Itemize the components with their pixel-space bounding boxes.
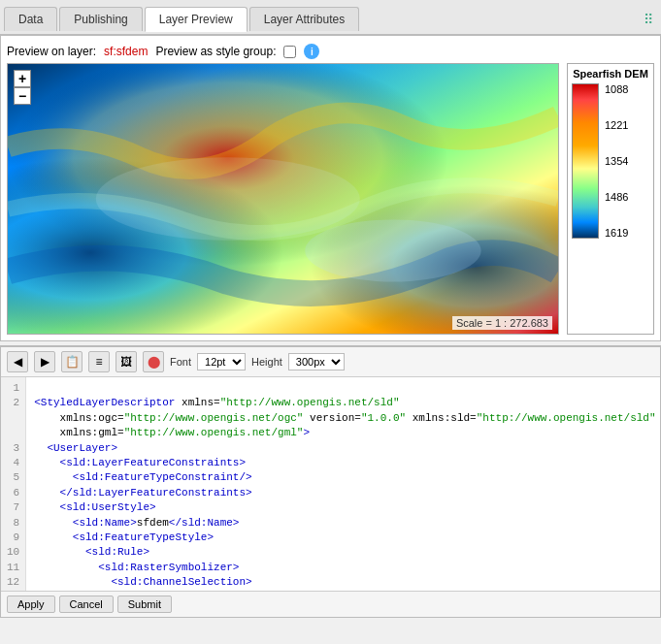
code-editor[interactable]: 1 2 3 4 5 6 7 8 9 10 11 12 13 14 15 16 1… [1, 377, 660, 591]
font-label: Font [170, 356, 191, 368]
height-label: Height [251, 356, 282, 368]
scale-label: Scale = 1 : 272.683 [452, 316, 552, 330]
submit-button[interactable]: Submit [117, 596, 172, 613]
preview-layer-label: Preview on layer: [7, 45, 96, 58]
tab-publishing[interactable]: Publishing [59, 7, 142, 31]
tab-layer-attributes[interactable]: Layer Attributes [249, 7, 359, 31]
zoom-out-button[interactable]: − [14, 87, 31, 105]
code-content[interactable]: <StyledLayerDescriptor xmlns="http://www… [26, 377, 660, 591]
image-button[interactable]: 🖼 [116, 351, 137, 372]
legend-label-0: 1088 [605, 83, 628, 95]
legend-gradient: 1088 1221 1354 1486 1619 [572, 83, 649, 239]
legend-label-4: 1619 [605, 227, 628, 239]
apply-button[interactable]: Apply [7, 596, 55, 613]
grid-icon: ⠿ [644, 12, 657, 27]
legend-label-2: 1354 [605, 155, 628, 167]
circle-button[interactable]: ⬤ [143, 351, 164, 372]
svg-point-4 [96, 157, 360, 241]
font-size-select[interactable]: 12pt [197, 353, 246, 370]
legend-labels: 1088 1221 1354 1486 1619 [605, 83, 628, 239]
preview-toolbar: Preview on layer: sf:sfdem Preview as st… [7, 40, 654, 63]
back-button[interactable]: ◀ [7, 351, 28, 372]
zoom-controls: + − [14, 70, 31, 105]
layer-name-link[interactable]: sf:sfdem [104, 45, 148, 58]
preview-area: + − [7, 63, 654, 335]
legend-label-3: 1486 [605, 191, 628, 203]
legend-color-bar [572, 83, 599, 239]
map-image [8, 64, 558, 334]
tab-data[interactable]: Data [4, 7, 57, 31]
info-icon[interactable]: i [304, 44, 319, 59]
editor-toolbar: ◀ ▶ 📋 ≡ 🖼 ⬤ Font 12pt Height 300px [1, 347, 660, 377]
zoom-in-button[interactable]: + [14, 70, 31, 87]
map-container: + − [7, 63, 559, 335]
list-button[interactable]: ≡ [88, 351, 110, 372]
tab-layer-preview[interactable]: Layer Preview [145, 7, 248, 32]
copy-button[interactable]: 📋 [61, 351, 83, 372]
line-numbers: 1 2 3 4 5 6 7 8 9 10 11 12 13 14 15 16 1… [1, 377, 26, 591]
legend-title: Spearfish DEM [572, 68, 649, 80]
style-group-checkbox[interactable] [283, 46, 296, 58]
bottom-toolbar: Apply Cancel Submit [1, 591, 660, 617]
cancel-button[interactable]: Cancel [59, 596, 114, 613]
terrain-svg [8, 64, 558, 334]
forward-button[interactable]: ▶ [34, 351, 55, 372]
legend: Spearfish DEM 1088 1221 1354 1486 1619 [567, 63, 654, 335]
style-group-checkbox-wrap [283, 46, 296, 58]
preview-panel: Preview on layer: sf:sfdem Preview as st… [0, 35, 661, 341]
legend-label-1: 1221 [605, 119, 628, 131]
code-lines: 1 2 3 4 5 6 7 8 9 10 11 12 13 14 15 16 1… [1, 377, 660, 591]
preview-style-label: Preview as style group: [155, 45, 276, 58]
height-size-select[interactable]: 300px [288, 353, 345, 370]
editor-panel: ◀ ▶ 📋 ≡ 🖼 ⬤ Font 12pt Height 300px 1 2 3… [0, 345, 661, 618]
svg-point-5 [305, 219, 480, 281]
tabs-bar: Data Publishing Layer Preview Layer Attr… [0, 0, 661, 35]
